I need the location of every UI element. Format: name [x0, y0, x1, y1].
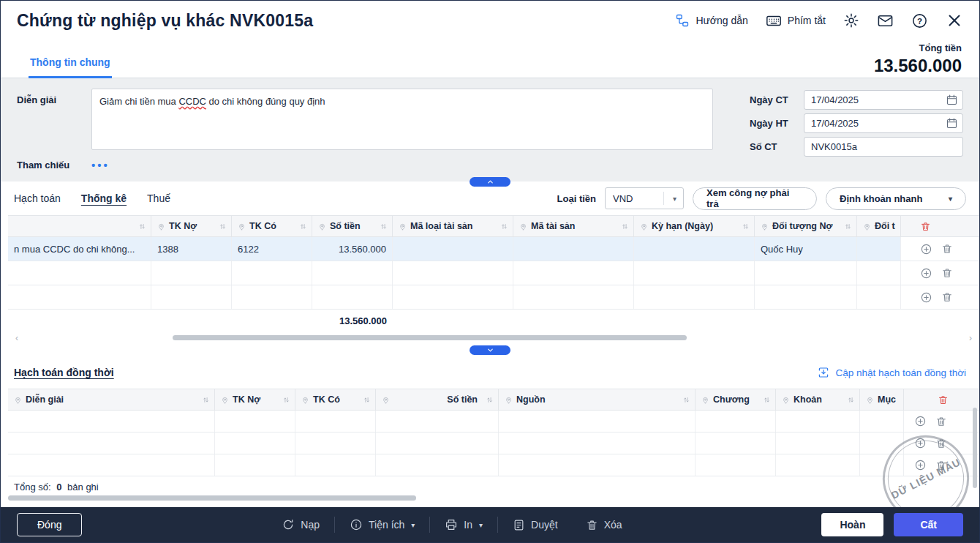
pin-icon[interactable] [318, 222, 326, 231]
add-row-icon[interactable] [920, 267, 932, 280]
column-header-description[interactable]: Diễn giải [8, 389, 215, 410]
sort-icon[interactable] [682, 396, 690, 404]
shortcuts-link[interactable]: Phím tắt [766, 12, 826, 29]
quick-entry-button[interactable]: Định khoản nhanh ▾ [826, 187, 966, 210]
reference-ellipsis-button[interactable]: ••• [91, 160, 110, 171]
sort-icon[interactable] [219, 222, 227, 231]
doc-date-input[interactable]: 17/04/2025 [804, 90, 963, 110]
currency-select[interactable]: VND ▾ [605, 187, 684, 209]
sort-icon[interactable] [282, 396, 290, 404]
column-header-sub-item[interactable]: Mục [860, 389, 904, 410]
tab-general-info[interactable]: Thông tin chung [29, 56, 112, 78]
description-input[interactable]: Giảm chi tiền mua CCDC do chi không đúng… [91, 89, 713, 150]
mail-icon[interactable] [877, 12, 894, 29]
save-button[interactable]: Cất [894, 513, 963, 536]
column-header-term-days[interactable]: Kỳ hạn (Ngày) [634, 216, 755, 236]
view-payables-button[interactable]: Xem công nợ phải trả [693, 187, 817, 210]
undo-button[interactable]: Hoàn [821, 513, 883, 536]
collapse-header-button[interactable] [470, 177, 510, 187]
tab-hach-toan[interactable]: Hạch toán [14, 192, 61, 204]
scrollbar-thumb[interactable] [173, 335, 687, 340]
sort-icon[interactable] [500, 222, 508, 231]
add-row-icon[interactable] [920, 291, 932, 304]
pin-icon[interactable] [157, 222, 165, 231]
pin-icon[interactable] [399, 222, 407, 231]
scrollbar-thumb[interactable] [8, 495, 416, 501]
gear-icon[interactable] [843, 12, 859, 29]
add-row-icon[interactable] [920, 243, 932, 255]
sort-icon[interactable] [742, 222, 750, 231]
sort-icon[interactable] [486, 396, 494, 404]
pin-icon[interactable] [761, 222, 769, 231]
guide-link[interactable]: Hướng dẫn [675, 13, 747, 28]
cell-debit-account[interactable]: 1388 [151, 237, 232, 261]
sort-icon[interactable] [844, 222, 852, 231]
trash-icon[interactable] [935, 416, 947, 427]
sort-icon[interactable] [380, 222, 388, 231]
column-header-chapter[interactable]: Chương [696, 389, 776, 410]
pin-icon[interactable] [221, 396, 229, 404]
column-header-asset-type[interactable]: Mã loại tài sản [393, 216, 513, 236]
sort-icon[interactable] [202, 396, 210, 404]
post-date-input[interactable]: 17/04/2025 [804, 113, 963, 133]
help-icon[interactable] [911, 12, 928, 29]
sort-icon[interactable] [621, 222, 629, 231]
scroll-left-arrow[interactable]: ‹ [15, 333, 18, 343]
doc-no-input[interactable]: NVK0015a [804, 137, 963, 157]
pin-icon[interactable] [640, 222, 648, 231]
sort-icon[interactable] [299, 222, 307, 231]
add-row-icon[interactable] [914, 415, 927, 427]
column-header-debtor[interactable]: Đối tượng Nợ [755, 216, 857, 236]
sort-icon[interactable] [763, 396, 771, 404]
cell-asset-code[interactable] [513, 237, 634, 261]
delete-button[interactable]: Xóa [586, 519, 622, 531]
pin-icon[interactable] [301, 396, 309, 404]
collapse-detail-button[interactable] [470, 345, 510, 355]
cell-credit-account[interactable]: 6122 [232, 237, 312, 261]
sort-icon[interactable] [363, 396, 371, 404]
column-header-asset-code[interactable]: Mã tài sản [513, 216, 634, 236]
trash-icon[interactable] [941, 267, 953, 279]
cell-amount[interactable]: 13.560.000 [312, 237, 393, 261]
column-header-description[interactable] [8, 216, 151, 236]
table-row[interactable]: n mua CCDC do chi không... 1388 6122 13.… [8, 237, 979, 261]
pin-icon[interactable] [238, 222, 246, 231]
trash-icon[interactable] [941, 291, 953, 303]
trash-icon[interactable] [938, 394, 949, 405]
vertical-scrollbar-thumb[interactable] [973, 408, 977, 488]
pin-icon[interactable] [701, 396, 709, 404]
pin-icon[interactable] [505, 396, 513, 404]
cell-term-days[interactable] [634, 237, 755, 261]
tab-thue[interactable]: Thuế [147, 192, 170, 204]
column-header-credit-account[interactable]: TK Có [295, 389, 376, 410]
table-row[interactable] [8, 454, 979, 476]
utilities-button[interactable]: Tiện ích ▾ [350, 518, 415, 531]
column-header-amount[interactable]: Số tiền [376, 389, 499, 410]
trash-icon[interactable] [941, 243, 953, 255]
simultaneous-title-link[interactable]: Hạch toán đồng thời [14, 367, 114, 378]
scroll-right-arrow[interactable]: › [969, 333, 972, 343]
calendar-icon[interactable] [946, 94, 958, 106]
column-header-item[interactable]: Khoản [776, 389, 860, 410]
table-row[interactable] [8, 261, 979, 285]
table-row[interactable] [8, 432, 979, 454]
column-header-debit-account[interactable]: TK Nợ [151, 216, 232, 236]
table-row[interactable] [8, 411, 979, 432]
table-row[interactable] [8, 285, 979, 310]
pin-icon[interactable] [866, 396, 874, 404]
print-button[interactable]: In ▾ [445, 518, 483, 531]
reload-button[interactable]: Nạp [282, 518, 320, 531]
sort-icon[interactable] [847, 396, 855, 404]
column-header-source[interactable]: Nguồn [499, 389, 696, 410]
column-header-clipped[interactable]: Đối t [857, 216, 901, 236]
pin-icon[interactable] [14, 396, 22, 404]
cell-debtor[interactable]: Quốc Huy [755, 237, 857, 261]
calendar-icon[interactable] [946, 117, 958, 130]
pin-icon[interactable] [382, 396, 390, 404]
pin-icon[interactable] [782, 396, 790, 404]
approve-button[interactable]: Duyệt [513, 519, 558, 531]
column-header-amount[interactable]: Số tiền [312, 216, 393, 236]
update-simultaneous-link[interactable]: Cập nhật hạch toán đồng thời [817, 366, 967, 379]
trash-icon[interactable] [920, 221, 931, 232]
pin-icon[interactable] [863, 222, 871, 231]
